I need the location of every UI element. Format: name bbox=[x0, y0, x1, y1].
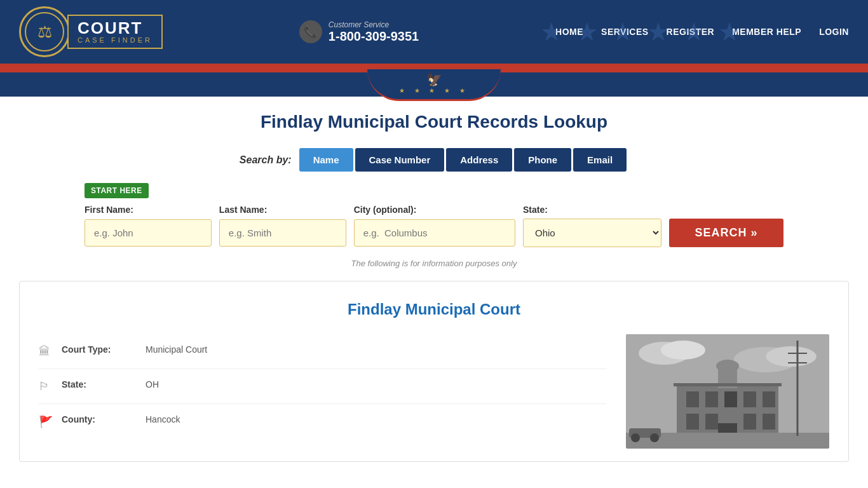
county-value: Hancock bbox=[146, 414, 180, 424]
eagle-seal: 🦅 ★ ★ ★ ★ ★ bbox=[367, 69, 501, 101]
svg-rect-14 bbox=[763, 414, 775, 430]
court-info-box: Findlay Municipal Court 🏛 Court Type: Mu… bbox=[19, 281, 849, 462]
logo-circle: ⚖ bbox=[19, 6, 70, 57]
nav-home[interactable]: HOME bbox=[555, 27, 583, 37]
tab-name[interactable]: Name bbox=[299, 148, 353, 172]
first-name-label: First Name: bbox=[85, 205, 133, 215]
state-select[interactable]: Ohio Alabama Alaska Arizona Arkansas Cal… bbox=[523, 219, 661, 247]
customer-service-label: Customer Service bbox=[329, 20, 419, 29]
svg-rect-8 bbox=[724, 391, 737, 407]
court-photo bbox=[626, 334, 829, 449]
flag-icon: 🏳 bbox=[39, 380, 54, 393]
logo-emblem: ⚖ bbox=[25, 12, 64, 51]
form-inputs-row: Ohio Alabama Alaska Arizona Arkansas Cal… bbox=[85, 219, 783, 247]
svg-rect-12 bbox=[705, 414, 718, 430]
tab-phone[interactable]: Phone bbox=[514, 148, 571, 172]
county-label: County: bbox=[62, 414, 138, 424]
court-details: 🏛 Court Type: Municipal Court 🏳 State: O… bbox=[39, 334, 607, 449]
eagle-icon: 🦅 bbox=[426, 72, 442, 87]
city-label: City (optional): bbox=[354, 205, 417, 215]
svg-point-4 bbox=[766, 346, 817, 367]
svg-rect-6 bbox=[686, 391, 699, 407]
start-here-badge: START HERE bbox=[85, 183, 783, 205]
phone-area: 📞 Customer Service 1-800-309-9351 bbox=[299, 20, 419, 44]
logo[interactable]: ⚖ COURT CASE FINDER bbox=[19, 6, 163, 57]
nav-register[interactable]: REGISTER bbox=[667, 27, 715, 37]
court-type-row: 🏛 Court Type: Municipal Court bbox=[39, 334, 607, 369]
state-row: 🏳 State: OH bbox=[39, 369, 607, 404]
state-label: State: bbox=[523, 205, 548, 215]
info-text: The following is for information purpose… bbox=[19, 259, 849, 268]
site-header: ★ ★ ★ ★ ★ ★ ⚖ COURT CASE FINDER 📞 Custom… bbox=[0, 0, 868, 64]
main-content: Findlay Municipal Court Records Lookup S… bbox=[0, 86, 868, 481]
tab-case-number[interactable]: Case Number bbox=[355, 148, 445, 172]
form-labels-row: First Name: Last Name: City (optional): … bbox=[85, 205, 783, 215]
svg-point-17 bbox=[716, 360, 739, 372]
svg-rect-10 bbox=[763, 391, 775, 407]
svg-point-25 bbox=[650, 433, 659, 442]
svg-rect-7 bbox=[705, 391, 718, 407]
tab-email[interactable]: Email bbox=[573, 148, 627, 172]
nav-login[interactable]: LOGIN bbox=[819, 27, 849, 37]
search-by-row: Search by: Name Case Number Address Phon… bbox=[19, 148, 849, 172]
nav-services[interactable]: SERVICES bbox=[601, 27, 649, 37]
building-icon: 🏛 bbox=[39, 345, 54, 358]
court-info-title: Findlay Municipal Court bbox=[39, 301, 829, 318]
logo-case-finder-text: CASE FINDER bbox=[78, 36, 153, 44]
nav-member-help[interactable]: MEMBER HELP bbox=[732, 27, 801, 37]
phone-icon: 📞 bbox=[299, 20, 322, 43]
logo-court-text: COURT bbox=[78, 20, 153, 36]
phone-number: 1-800-309-9351 bbox=[329, 29, 419, 44]
search-form: START HERE First Name: Last Name: City (… bbox=[85, 183, 783, 247]
court-type-value: Municipal Court bbox=[146, 344, 207, 355]
last-name-label: Last Name: bbox=[219, 205, 267, 215]
main-nav: HOME SERVICES REGISTER MEMBER HELP LOGIN bbox=[555, 27, 849, 37]
svg-rect-18 bbox=[674, 383, 782, 386]
state-detail-value: OH bbox=[146, 379, 159, 390]
court-info-content: 🏛 Court Type: Municipal Court 🏳 State: O… bbox=[39, 334, 829, 449]
search-button[interactable]: SEARCH » bbox=[669, 219, 783, 247]
city-input[interactable] bbox=[354, 219, 515, 247]
last-name-input[interactable] bbox=[219, 219, 346, 247]
svg-rect-13 bbox=[743, 414, 756, 430]
court-type-label: Court Type: bbox=[62, 344, 138, 355]
map-icon: 🚩 bbox=[39, 415, 54, 429]
county-row: 🚩 County: Hancock bbox=[39, 404, 607, 439]
first-name-input[interactable] bbox=[85, 219, 212, 247]
building-image bbox=[626, 334, 829, 449]
logo-text-block: COURT CASE FINDER bbox=[67, 15, 163, 49]
svg-point-24 bbox=[631, 433, 640, 442]
search-by-label: Search by: bbox=[240, 154, 292, 166]
svg-rect-11 bbox=[686, 414, 699, 430]
svg-point-2 bbox=[661, 341, 705, 360]
state-detail-label: State: bbox=[62, 379, 138, 390]
svg-rect-9 bbox=[743, 391, 756, 407]
eagle-stars: ★ ★ ★ ★ ★ bbox=[399, 87, 469, 94]
page-title: Findlay Municipal Court Records Lookup bbox=[19, 112, 849, 132]
tab-address[interactable]: Address bbox=[446, 148, 512, 172]
